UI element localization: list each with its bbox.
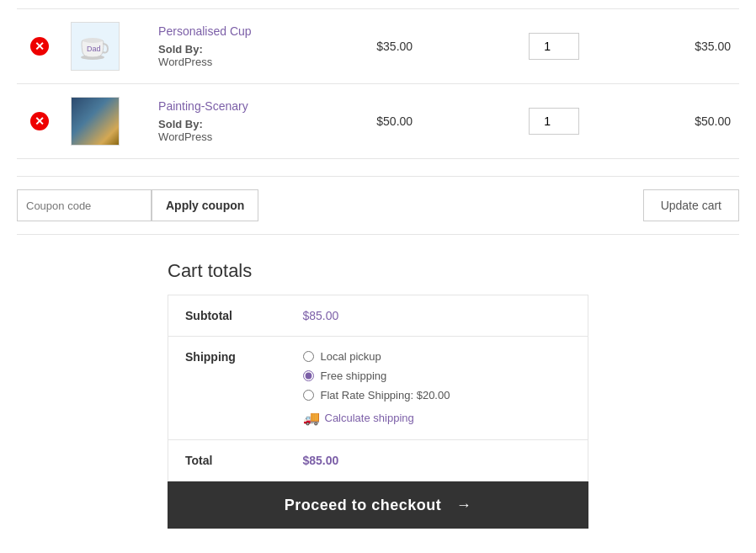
- close-icon: ✕: [30, 112, 49, 130]
- shipping-option-flat-label: Flat Rate Shipping: $20.00: [321, 389, 450, 401]
- update-cart-button[interactable]: Update cart: [643, 189, 739, 221]
- subtotal-row: Subtotal $85.00: [168, 295, 588, 337]
- cart-totals-section: Cart totals Subtotal $85.00 Shipping Loc…: [168, 260, 588, 529]
- apply-coupon-button[interactable]: Apply coupon: [152, 189, 258, 221]
- table-row: ✕ Painting-Scenary Sold By: WordPress $5…: [17, 84, 739, 159]
- subtotal-label: Subtotal: [168, 295, 286, 337]
- coupon-row: Apply coupon Update cart: [17, 176, 739, 235]
- remove-item-1-button[interactable]: ✕: [30, 37, 49, 56]
- total-label: Total: [168, 440, 286, 481]
- shipping-option-local-label: Local pickup: [321, 350, 381, 363]
- subtotal-2: $50.00: [608, 84, 739, 159]
- shipping-option-free-label: Free shipping: [321, 370, 387, 382]
- checkout-row: Proceed to checkout →: [168, 481, 588, 529]
- coupon-input[interactable]: [17, 189, 152, 221]
- vendor-2: WordPress: [158, 130, 212, 143]
- total-value: $85.00: [286, 440, 588, 481]
- shipping-option-flat[interactable]: Flat Rate Shipping: $20.00: [303, 389, 572, 401]
- shipping-row: Shipping Local pickup Free shipping: [168, 337, 588, 440]
- totals-table: Subtotal $85.00 Shipping Local pickup: [168, 295, 588, 481]
- total-row: Total $85.00: [168, 440, 588, 481]
- product-name-2[interactable]: Painting-Scenary: [158, 99, 248, 113]
- shipping-label: Shipping: [168, 337, 286, 440]
- price-1: $35.00: [368, 9, 499, 84]
- quantity-input-2[interactable]: [529, 108, 579, 135]
- vendor-1: WordPress: [158, 56, 212, 68]
- product-thumbnail-1: Dad: [71, 22, 120, 71]
- cart-wrapper: ✕ Dad Personalised Cu: [0, 0, 756, 537]
- shipping-option-local[interactable]: Local pickup: [303, 350, 572, 363]
- proceed-to-checkout-button[interactable]: Proceed to checkout →: [168, 481, 588, 529]
- calculate-shipping-label: Calculate shipping: [325, 412, 414, 424]
- truck-icon: 🚚: [303, 410, 320, 426]
- remove-item-2-button[interactable]: ✕: [30, 112, 49, 130]
- sold-by-2: Sold By: WordPress: [158, 118, 359, 143]
- coupon-section: Apply coupon: [17, 189, 258, 221]
- shipping-options: Local pickup Free shipping Flat Rate Shi…: [303, 350, 572, 401]
- calculate-shipping-link[interactable]: 🚚 Calculate shipping: [303, 410, 572, 426]
- subtotal-value: $85.00: [286, 295, 588, 337]
- shipping-radio-flat[interactable]: [303, 390, 314, 401]
- svg-text:Dad: Dad: [87, 45, 101, 53]
- arrow-icon: →: [456, 497, 472, 513]
- svg-point-2: [83, 38, 103, 43]
- product-name-1[interactable]: Personalised Cup: [158, 24, 252, 38]
- sold-by-1: Sold By: WordPress: [158, 43, 359, 68]
- price-2: $50.00: [368, 84, 499, 159]
- shipping-radio-local[interactable]: [303, 351, 314, 362]
- cart-table: ✕ Dad Personalised Cu: [17, 8, 739, 159]
- shipping-options-cell: Local pickup Free shipping Flat Rate Shi…: [286, 337, 588, 440]
- quantity-input-1[interactable]: [529, 33, 579, 60]
- shipping-radio-free[interactable]: [303, 370, 314, 381]
- subtotal-1: $35.00: [608, 9, 739, 84]
- shipping-option-free[interactable]: Free shipping: [303, 370, 572, 382]
- checkout-label: Proceed to checkout: [285, 497, 442, 513]
- cart-totals-title: Cart totals: [168, 260, 588, 282]
- close-icon: ✕: [30, 37, 49, 56]
- table-row: ✕ Dad Personalised Cu: [17, 9, 739, 84]
- product-thumbnail-2: [71, 97, 120, 146]
